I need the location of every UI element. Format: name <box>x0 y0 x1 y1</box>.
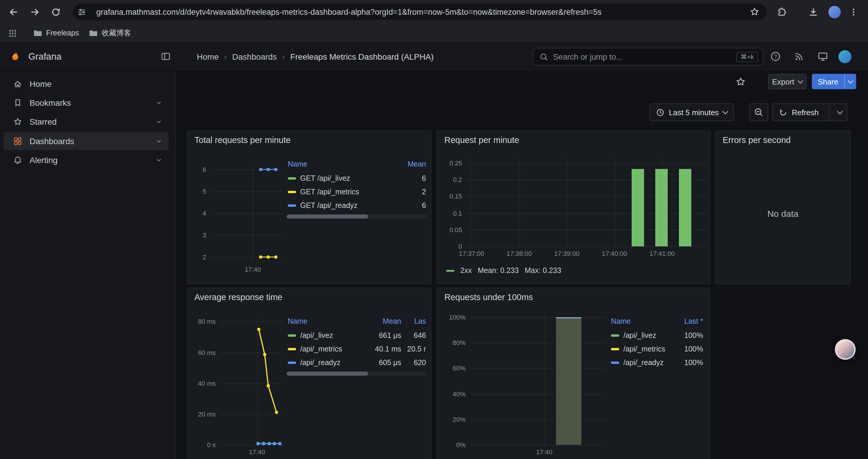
display-button[interactable] <box>815 49 830 64</box>
chart-bar <box>556 317 582 445</box>
extensions-button[interactable] <box>773 4 790 20</box>
sidebar-item-alerting[interactable]: Alerting <box>4 151 168 169</box>
breadcrumb-home[interactable]: Home <box>197 52 219 61</box>
table-row[interactable]: GET /api/_metrics2 <box>286 185 427 198</box>
column-header[interactable]: Mean <box>393 160 426 168</box>
apps-grid-icon <box>8 29 17 37</box>
dock-menu-button[interactable] <box>158 49 173 64</box>
export-button[interactable]: Export <box>768 74 807 89</box>
chevron-down-icon[interactable] <box>155 157 162 164</box>
search-bar[interactable]: Search or jump to... ⌘+k <box>533 48 764 66</box>
time-range-picker[interactable]: Last 5 minutes <box>649 103 734 121</box>
site-info-button[interactable] <box>73 4 90 20</box>
user-avatar[interactable] <box>838 50 851 63</box>
horizontal-scrollbar[interactable] <box>286 215 427 219</box>
panel-title[interactable]: Errors per second <box>723 135 791 145</box>
refresh-button[interactable]: Refresh <box>772 103 847 121</box>
back-button[interactable] <box>5 4 21 20</box>
refresh-interval-dropdown[interactable] <box>833 104 846 121</box>
series-name: /api/_livez <box>623 331 656 339</box>
apps-grid-button[interactable] <box>6 27 19 39</box>
gridline <box>253 164 253 262</box>
table-row[interactable]: /api/_readyz605 μs620 <box>286 356 427 369</box>
table-header-row: NameLast * <box>610 314 704 328</box>
help-icon: ? <box>770 51 781 62</box>
browser-menu-button[interactable] <box>845 4 862 20</box>
column-header[interactable]: Las <box>401 317 426 326</box>
table-row[interactable]: GET /api/_readyz6 <box>286 198 427 212</box>
sidebar-item-starred[interactable]: Starred <box>4 113 168 131</box>
panel-title[interactable]: Average response time <box>194 292 282 302</box>
table-row[interactable]: /api/_metrics40.1 ms20.5 r <box>286 342 427 356</box>
downloads-button[interactable] <box>805 4 821 20</box>
url-bar[interactable]: grafana.mathmast.com/d/deytv4rwavabkb/fr… <box>73 4 767 20</box>
gridline <box>220 352 283 353</box>
zoom-out-button[interactable] <box>749 103 768 121</box>
gridline <box>467 246 706 247</box>
help-button[interactable]: ? <box>768 49 782 64</box>
column-header[interactable]: Mean <box>363 317 401 326</box>
series-name: /api/_readyz <box>623 358 663 366</box>
back-icon <box>8 7 18 17</box>
star-icon <box>735 76 745 87</box>
bookmark-star-button[interactable] <box>747 5 762 19</box>
x-axis-label: 17:39:00 <box>543 249 591 258</box>
sidebar-item-bookmarks[interactable]: Bookmarks <box>4 94 168 112</box>
rss-icon <box>794 51 804 62</box>
breadcrumb-current-page: Freeleaps Metrics Dashboard (ALPHA) <box>290 52 434 61</box>
panel-title[interactable]: Requests under 100ms <box>444 292 533 302</box>
chart-legend: 2xx Mean: 0.233 Max: 0.233 <box>446 266 561 275</box>
url-text[interactable]: grafana.mathmast.com/d/deytv4rwavabkb/fr… <box>96 7 767 16</box>
request-per-minute-chart: 0.250.20.150.10.05017:37:0017:38:0017:39… <box>437 131 710 284</box>
horizontal-scrollbar[interactable] <box>286 371 427 376</box>
series-point <box>263 353 266 356</box>
gridline <box>220 383 283 384</box>
sidebar-item-home[interactable]: Home <box>4 75 168 93</box>
y-axis-label: 0.25 <box>437 159 462 167</box>
bookmark-folder-freeleaps[interactable]: Freeleaps <box>33 24 79 42</box>
favorite-dashboard-button[interactable] <box>733 74 747 89</box>
profile-button[interactable] <box>826 4 843 20</box>
cell-value: 40.1 ms <box>363 345 401 353</box>
column-header[interactable]: Name <box>288 317 363 326</box>
share-dropdown-button[interactable] <box>845 74 856 89</box>
series-point <box>273 442 276 445</box>
news-button[interactable] <box>792 49 806 64</box>
sidebar-item-label: Starred <box>30 117 155 126</box>
scrollbar-thumb[interactable] <box>286 371 368 376</box>
gridline <box>567 158 567 246</box>
reload-button[interactable] <box>47 4 64 20</box>
bookmark-folder-blogs[interactable]: 收藏博客 <box>89 24 131 42</box>
table-row[interactable]: /api/_livez661 μs646 <box>286 328 427 342</box>
table-row[interactable]: /api/_livez100% <box>610 328 704 342</box>
series-point <box>267 256 270 259</box>
panel-title[interactable]: Request per minute <box>444 135 519 145</box>
browser-toolbar: grafana.mathmast.com/d/deytv4rwavabkb/fr… <box>0 0 868 24</box>
scrollbar-thumb[interactable] <box>286 215 368 219</box>
share-button[interactable]: Share <box>812 74 856 89</box>
column-header[interactable]: Last * <box>676 317 703 326</box>
series-point <box>268 442 271 446</box>
table-row[interactable]: /api/_metrics100% <box>610 342 704 356</box>
chevron-down-icon[interactable] <box>155 99 162 106</box>
chevron-down-icon[interactable] <box>155 138 162 145</box>
forward-button[interactable] <box>27 4 43 20</box>
y-axis-label: 40% <box>437 390 466 398</box>
table-row[interactable]: /api/_readyz100% <box>610 356 704 369</box>
sidebar-item-dashboards[interactable]: Dashboards <box>4 132 168 150</box>
column-header[interactable]: Name <box>611 317 676 326</box>
floating-avatar[interactable] <box>835 339 856 360</box>
x-axis-label: 17:40 <box>234 448 281 456</box>
refresh-main[interactable]: Refresh <box>773 108 825 117</box>
legend-series-name[interactable]: 2xx <box>460 266 472 275</box>
panel-title[interactable]: Total requests per minute <box>194 135 291 145</box>
y-axis-label: 80% <box>437 338 466 347</box>
series-point <box>257 328 260 331</box>
table-row[interactable]: GET /api/_livez6 <box>286 171 427 185</box>
column-header[interactable]: Name <box>288 160 393 168</box>
grafana-logo[interactable] <box>9 50 21 63</box>
chevron-down-icon[interactable] <box>155 118 162 125</box>
series-point <box>262 442 265 445</box>
breadcrumb-dashboards[interactable]: Dashboards <box>232 52 277 61</box>
brand-name[interactable]: Grafana <box>28 51 61 62</box>
